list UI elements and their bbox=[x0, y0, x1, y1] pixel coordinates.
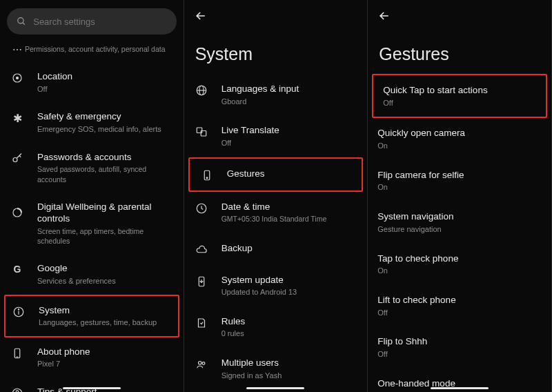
list-item-sub: On bbox=[377, 266, 542, 276]
svg-point-22 bbox=[198, 362, 201, 365]
gestures-item-quicktap[interactable]: Quick Tap to start actions Off bbox=[373, 75, 546, 117]
list-item-sub: Signed in as Yash bbox=[221, 371, 358, 381]
settings-list: Location Off ✱ Safety & emergency Emerge… bbox=[0, 62, 184, 392]
system-item-rules[interactable]: Rules 0 rules bbox=[184, 306, 368, 348]
settings-item-sub: Screen time, app timers, bedtime schedul… bbox=[37, 226, 174, 246]
svg-point-0 bbox=[18, 18, 23, 23]
settings-item-sub: Services & preferences bbox=[37, 276, 174, 286]
settings-item-title: Passwords & accounts bbox=[37, 151, 174, 164]
system-item-translate[interactable]: Live Translate Off bbox=[184, 115, 368, 157]
gestures-list: Quick Tap to start actions Off Quickly o… bbox=[368, 74, 551, 392]
system-item-languages[interactable]: Languages & input Gboard bbox=[184, 74, 368, 115]
settings-item-system[interactable]: System Languages, gestures, time, backup bbox=[6, 296, 178, 336]
help-icon bbox=[11, 387, 23, 392]
settings-item-wellbeing[interactable]: Digital Wellbeing & parental controls Sc… bbox=[0, 193, 184, 254]
gestures-item-camera[interactable]: Quickly open camera On bbox=[368, 118, 551, 159]
cloud-icon bbox=[195, 244, 208, 256]
svg-point-23 bbox=[202, 362, 205, 365]
settings-item-sub: Pixel 7 bbox=[37, 359, 174, 369]
settings-item-location[interactable]: Location Off bbox=[0, 62, 184, 102]
list-item-sub: Updated to Android 13 bbox=[221, 287, 358, 297]
wellbeing-icon bbox=[11, 206, 23, 219]
settings-item-sub: Permissions, account activity, personal … bbox=[25, 44, 174, 54]
system-panel: System Languages & input Gboard Live Tra… bbox=[184, 0, 368, 392]
list-item-title: Tap to check phone bbox=[377, 253, 542, 265]
gesture-nav-bar[interactable] bbox=[63, 387, 121, 389]
asterisk-icon: ✱ bbox=[13, 112, 22, 125]
settings-item-privacy-peek[interactable]: ⋯ Permissions, account activity, persona… bbox=[0, 40, 184, 62]
back-icon[interactable] bbox=[377, 9, 391, 23]
highlight-system: System Languages, gestures, time, backup bbox=[4, 295, 179, 337]
list-item-title: Multiple users bbox=[221, 357, 358, 369]
settings-panel: ⋯ Permissions, account activity, persona… bbox=[0, 0, 184, 392]
list-item-title: Flip camera for selfie bbox=[377, 169, 542, 182]
dots-icon: ⋯ bbox=[12, 44, 22, 55]
list-item-title: Gestures bbox=[227, 168, 353, 180]
list-item-sub: Gesture navigation bbox=[377, 224, 542, 235]
settings-item-title: About phone bbox=[37, 346, 174, 358]
back-icon[interactable] bbox=[194, 9, 208, 23]
settings-item-passwords[interactable]: Passwords & accounts Saved passwords, au… bbox=[0, 143, 184, 193]
svg-point-4 bbox=[13, 157, 17, 161]
list-item-sub: Off bbox=[383, 98, 536, 108]
highlight-quick-tap: Quick Tap to start actions Off bbox=[372, 74, 547, 118]
gesture-nav-bar[interactable] bbox=[246, 387, 304, 389]
settings-item-title: Safety & emergency bbox=[37, 110, 174, 123]
search-input[interactable] bbox=[33, 17, 166, 27]
settings-item-safety[interactable]: ✱ Safety & emergency Emergency SOS, medi… bbox=[0, 102, 184, 142]
search-icon bbox=[17, 16, 26, 27]
page-title: System bbox=[184, 32, 368, 74]
gestures-item-flip-shhh[interactable]: Flip to Shhh Off bbox=[368, 326, 551, 368]
settings-item-tips[interactable]: Tips & support Help articles, phone & ch… bbox=[0, 378, 184, 392]
settings-item-sub: Emergency SOS, medical info, alerts bbox=[37, 124, 174, 135]
location-icon bbox=[11, 72, 23, 84]
list-item-sub: Off bbox=[221, 138, 358, 148]
system-item-users[interactable]: Multiple users Signed in as Yash bbox=[184, 348, 368, 389]
system-item-gestures[interactable]: Gestures bbox=[190, 159, 362, 190]
system-list: Languages & input Gboard Live Translate … bbox=[184, 74, 368, 392]
translate-icon bbox=[195, 126, 208, 138]
settings-item-sub: Saved passwords, autofill, synced accoun… bbox=[37, 164, 174, 184]
svg-point-8 bbox=[18, 308, 19, 309]
system-item-backup[interactable]: Backup bbox=[184, 233, 368, 265]
list-item-sub: On bbox=[377, 182, 542, 193]
google-icon: G bbox=[14, 264, 21, 275]
svg-point-3 bbox=[17, 77, 19, 79]
settings-item-google[interactable]: G Google Services & preferences bbox=[0, 254, 184, 294]
info-icon bbox=[12, 306, 25, 318]
gestures-item-flip-camera[interactable]: Flip camera for selfie On bbox=[368, 160, 551, 202]
system-item-update[interactable]: System update Updated to Android 13 bbox=[184, 265, 368, 306]
list-item-sub: On bbox=[377, 141, 542, 151]
key-icon bbox=[11, 153, 23, 165]
settings-item-title: Location bbox=[37, 70, 174, 83]
clock-icon bbox=[195, 202, 208, 215]
list-item-title: Date & time bbox=[221, 201, 358, 213]
gestures-item-lift-check[interactable]: Lift to check phone Off bbox=[368, 285, 551, 326]
search-field[interactable] bbox=[7, 8, 177, 35]
topbar bbox=[368, 0, 551, 32]
list-item-sub: Off bbox=[377, 308, 542, 318]
svg-point-19 bbox=[206, 177, 208, 179]
settings-item-sub: Off bbox=[37, 84, 174, 95]
list-item-title: Rules bbox=[221, 315, 358, 328]
list-item-title: Lift to check phone bbox=[377, 294, 542, 306]
settings-item-about[interactable]: About phone Pixel 7 bbox=[0, 337, 184, 378]
list-item-title: System update bbox=[221, 274, 358, 286]
gestures-panel: Gestures Quick Tap to start actions Off … bbox=[368, 0, 552, 392]
list-item-title: Flip to Shhh bbox=[377, 335, 542, 348]
topbar bbox=[184, 0, 368, 32]
gestures-item-navigation[interactable]: System navigation Gesture navigation bbox=[368, 202, 551, 243]
settings-item-title: Digital Wellbeing & parental controls bbox=[37, 201, 174, 225]
list-item-sub: Gboard bbox=[221, 97, 358, 107]
gestures-item-tap-check[interactable]: Tap to check phone On bbox=[368, 244, 551, 285]
svg-line-1 bbox=[23, 23, 25, 25]
system-item-datetime[interactable]: Date & time GMT+05:30 India Standard Tim… bbox=[184, 192, 368, 233]
list-item-title: Languages & input bbox=[221, 83, 358, 95]
list-item-title: Live Translate bbox=[221, 124, 358, 137]
users-icon bbox=[195, 358, 208, 371]
update-icon bbox=[195, 275, 208, 288]
list-item-title: Quickly open camera bbox=[377, 127, 542, 139]
list-item-sub: 0 rules bbox=[221, 329, 358, 339]
gesture-nav-bar[interactable] bbox=[431, 387, 489, 389]
list-item-sub: Off bbox=[377, 349, 542, 360]
